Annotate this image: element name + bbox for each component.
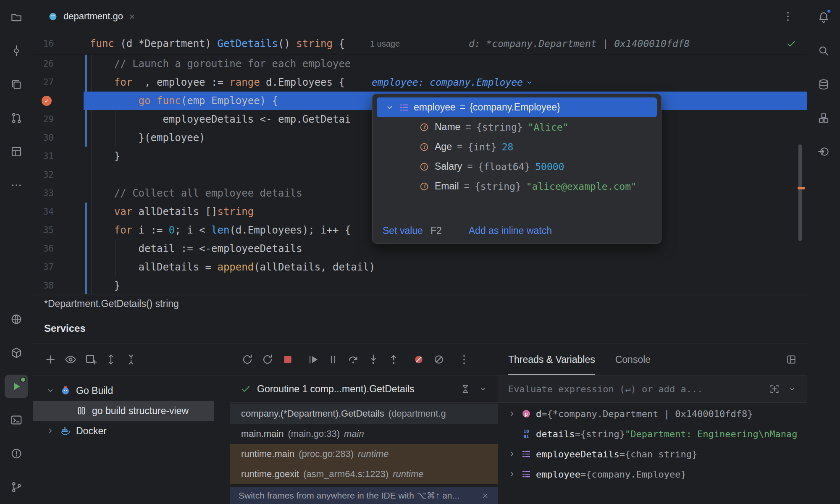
code-text[interactable]: go func(emp Employee) { [90, 92, 278, 110]
expand-all-button[interactable] [102, 351, 120, 368]
chevron-down-icon[interactable] [385, 103, 394, 112]
line-number[interactable]: 16 [33, 39, 54, 48]
modules-button[interactable] [812, 106, 835, 130]
error-stripe-mark[interactable] [798, 187, 805, 189]
evaluate-history-chevron[interactable] [788, 384, 797, 394]
stack-frame[interactable]: main.main(main.go:33)main [230, 424, 498, 444]
chevron-right-icon[interactable] [507, 409, 517, 418]
web-services-button[interactable] [5, 307, 28, 331]
line-number[interactable]: 26 [33, 60, 54, 68]
line-number[interactable]: 33 [33, 189, 54, 198]
popup-root-row[interactable]: employee = {company.Employee} [377, 97, 657, 117]
layout-icon[interactable] [786, 354, 797, 365]
line-number[interactable]: 34 [33, 207, 54, 216]
code-text[interactable]: var allDetails []string [90, 202, 254, 221]
sticky-function-header[interactable]: 16func (d *Department) GetDetails() stri… [33, 33, 807, 55]
evaluate-placeholder[interactable]: Evaluate expression (↵) or add a... [508, 384, 703, 394]
code-line-38[interactable]: 38 } [33, 276, 807, 294]
code-text[interactable]: employeeDetails <- emp.GetDetai [90, 110, 351, 129]
mute-breakpoints-button[interactable] [410, 351, 428, 368]
tab-console[interactable]: Console [615, 344, 651, 375]
open-in-new-tab-button[interactable] [82, 351, 100, 368]
variable-expand-chevron[interactable] [507, 409, 521, 418]
chevron-right-icon[interactable] [46, 426, 55, 436]
version-control-button[interactable] [5, 475, 28, 499]
recent-files-button[interactable] [5, 73, 28, 96]
close-icon[interactable] [481, 492, 489, 500]
line-number[interactable]: 31 [33, 152, 54, 161]
code-line-26[interactable]: 26 // Launch a goroutine for each employ… [33, 55, 807, 73]
code-text[interactable]: } [90, 147, 120, 165]
code-text[interactable]: allDetails = append(allDetails, detail) [90, 258, 375, 276]
popup-field-age[interactable]: fAge={int}28 [377, 137, 657, 157]
editor-scrollbar[interactable] [798, 144, 802, 241]
editor[interactable]: 16func (d *Department) GetDetails() stri… [33, 33, 807, 294]
pause-button[interactable] [324, 351, 342, 368]
popup-field-name[interactable]: fName={string}"Alice" [377, 117, 657, 137]
chevron-down-icon[interactable] [788, 384, 797, 394]
popup-field-email[interactable]: fEmail={string}"alice@example.com" [377, 176, 657, 196]
layout-settings-button[interactable] [786, 354, 797, 365]
line-number[interactable]: 38 [33, 281, 54, 290]
variable-expand-chevron[interactable] [507, 449, 521, 459]
more-options-button[interactable] [455, 351, 473, 368]
line-number[interactable]: 32 [33, 171, 54, 179]
debugger-inline-hint[interactable]: employee: company.Employee [372, 77, 533, 88]
service-node-docker[interactable]: Docker [33, 421, 230, 441]
code-line-37[interactable]: 37 allDetails = append(allDetails, detai… [33, 258, 807, 276]
ignore-breakpoints-button[interactable] [430, 351, 448, 368]
step-out-button[interactable] [385, 351, 402, 368]
thread-dropdown-chevron[interactable] [478, 384, 488, 394]
endpoints-button[interactable] [812, 140, 835, 163]
add-inline-watch-link[interactable]: Add as inline watch [469, 225, 552, 236]
service-node-go-build[interactable]: Go Build [33, 381, 230, 401]
banner-close-icon[interactable] [481, 492, 489, 500]
chevron-down-icon[interactable] [46, 386, 55, 395]
code-line-27[interactable]: 27 for _, employee := range d.Employees … [33, 73, 807, 92]
tree-chevron[interactable] [46, 426, 60, 436]
stack-frame[interactable]: runtime.goexit(asm_arm64.s:1223)runtime [230, 464, 498, 484]
frames-thread-selector[interactable]: Goroutine 1 comp...ment).GetDetails [230, 375, 498, 403]
line-number[interactable]: 29 [33, 115, 54, 124]
resume-button[interactable] [304, 351, 322, 368]
code-text[interactable]: for _, employee := range d.Employees { [90, 73, 345, 92]
variable-d[interactable]: pd = {*company.Department | 0x1400010fdf… [498, 404, 807, 424]
add-service-button[interactable] [42, 351, 59, 368]
close-tab-icon[interactable] [128, 13, 136, 21]
line-number[interactable]: 35 [33, 226, 54, 235]
suspend-policy-button[interactable] [460, 383, 471, 394]
tab-options-button[interactable] [782, 10, 794, 23]
add-to-watches-button[interactable] [769, 383, 780, 394]
code-text[interactable]: for i := 0; i < len(d.Employees); i++ { [90, 221, 351, 239]
variable-employeeDetails[interactable]: employeeDetails = {chan string} [498, 444, 807, 464]
add-watch-icon[interactable] [769, 383, 780, 394]
step-into-button[interactable] [365, 351, 382, 368]
run-button[interactable] [5, 375, 28, 398]
problems-button[interactable] [5, 442, 28, 465]
evaluate-expression-bar[interactable]: Evaluate expression (↵) or add a... [498, 375, 807, 403]
variable-details[interactable]: 1001details = {string} "Department: Engi… [498, 424, 807, 444]
service-node-go-build-structure-view[interactable]: go build structure-view [33, 401, 214, 421]
step-over-button[interactable] [344, 351, 362, 368]
set-value-link[interactable]: Set value [383, 225, 423, 236]
stop-button[interactable] [279, 351, 297, 368]
pull-requests-button[interactable] [5, 106, 28, 130]
search-button[interactable] [812, 39, 835, 63]
stack-frame[interactable]: runtime.main(proc.go:283)runtime [230, 444, 498, 464]
more-tools-button[interactable] [5, 173, 28, 197]
structure-button[interactable] [5, 140, 28, 163]
chevron-right-icon[interactable] [507, 449, 517, 459]
hourglass-icon[interactable] [460, 383, 471, 394]
code-text[interactable]: // Launch a goroutine for each employee [90, 55, 351, 73]
dependencies-button[interactable] [5, 341, 28, 365]
popup-field-salary[interactable]: fSalary={float64}50000 [377, 157, 657, 176]
line-number[interactable]: 37 [33, 263, 54, 272]
usage-hint[interactable]: 1 usage [370, 39, 400, 49]
database-button[interactable] [812, 73, 835, 96]
view-options-button[interactable] [62, 351, 79, 368]
chevron-right-icon[interactable] [507, 470, 517, 479]
variable-expand-chevron[interactable] [507, 470, 521, 479]
line-number[interactable]: 30 [33, 134, 54, 142]
notifications-button[interactable] [812, 5, 835, 29]
chevron-down-icon[interactable] [478, 384, 488, 394]
